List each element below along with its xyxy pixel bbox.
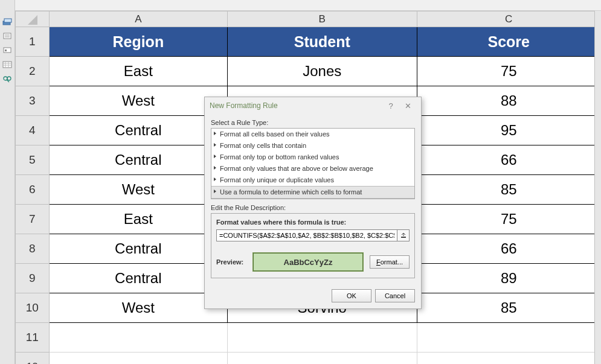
col-header-D-edge[interactable] <box>594 11 601 364</box>
app-sidebar <box>0 0 15 364</box>
cell-C3[interactable]: 88 <box>417 86 600 116</box>
sidebar-icon-4[interactable] <box>2 60 12 69</box>
collapse-range-icon <box>400 232 407 238</box>
edit-rule-description-label: Edit the Rule Description: <box>211 204 415 211</box>
cell-C4[interactable]: 95 <box>417 116 600 145</box>
row-header-5[interactable]: 5 <box>16 145 50 175</box>
col-header-C[interactable]: C <box>417 11 600 27</box>
formula-field-label: Format values where this formula is true… <box>216 219 410 226</box>
cell-C9[interactable]: 89 <box>417 264 600 293</box>
cell-C11[interactable] <box>417 323 600 353</box>
svg-rect-2 <box>4 33 11 39</box>
cell-B11[interactable] <box>227 323 417 353</box>
cell-C10[interactable]: 85 <box>417 293 600 323</box>
cell-B1[interactable]: Student <box>227 27 417 57</box>
sheet-top-strip <box>15 0 601 11</box>
cell-C2[interactable]: 75 <box>417 57 600 86</box>
cell-A4[interactable]: Central <box>49 116 227 145</box>
rule-type-item[interactable]: Format only cells that contain <box>211 140 414 152</box>
svg-rect-8 <box>401 237 406 238</box>
cell-C8[interactable]: 66 <box>417 234 600 264</box>
cell-A12[interactable] <box>49 353 227 365</box>
cell-A10[interactable]: West <box>49 293 227 323</box>
svg-rect-4 <box>5 49 7 51</box>
svg-rect-5 <box>3 62 11 68</box>
row-header-10[interactable]: 10 <box>16 293 50 323</box>
ok-button[interactable]: OK <box>332 289 371 302</box>
cell-A11[interactable] <box>49 323 227 353</box>
cell-B2[interactable]: Jones <box>227 57 417 86</box>
close-icon[interactable]: ✕ <box>399 101 416 110</box>
cell-A5[interactable]: Central <box>49 145 227 175</box>
rule-type-item-selected[interactable]: Use a formula to determine which cells t… <box>211 186 414 199</box>
cell-C6[interactable]: 85 <box>417 175 600 205</box>
range-selector-button[interactable] <box>397 229 410 241</box>
cell-A1[interactable]: Region <box>49 27 227 57</box>
row-header-8[interactable]: 8 <box>16 234 50 264</box>
cell-A2[interactable]: East <box>49 57 227 86</box>
cell-A9[interactable]: Central <box>49 264 227 293</box>
row-header-9[interactable]: 9 <box>16 264 50 293</box>
cell-A3[interactable]: West <box>49 86 227 116</box>
select-rule-type-label: Select a Rule Type: <box>211 119 415 126</box>
sidebar-icon-find[interactable] <box>2 75 12 83</box>
sidebar-icon-1[interactable] <box>2 17 12 25</box>
sidebar-icon-3[interactable] <box>2 46 12 54</box>
col-header-B[interactable]: B <box>227 11 417 27</box>
cell-C12[interactable] <box>417 353 600 365</box>
cell-B12[interactable] <box>227 353 417 365</box>
preview-sample: AaBbCcYyZz <box>252 252 364 272</box>
cell-A8[interactable]: Central <box>49 234 227 264</box>
rule-type-item[interactable]: Format only values that are above or bel… <box>211 163 414 174</box>
row-header-3[interactable]: 3 <box>16 86 50 116</box>
select-all-corner[interactable] <box>16 11 50 27</box>
dialog-title: New Formatting Rule <box>210 101 382 110</box>
svg-point-7 <box>7 77 11 80</box>
new-formatting-rule-dialog: New Formatting Rule ? ✕ Select a Rule Ty… <box>204 97 422 309</box>
row-header-12[interactable]: 12 <box>16 353 50 365</box>
svg-rect-3 <box>4 48 11 53</box>
cell-C5[interactable]: 66 <box>417 145 600 175</box>
rule-type-list[interactable]: Format all cells based on their values F… <box>211 128 415 199</box>
preview-label: Preview: <box>216 258 246 266</box>
rule-description-box: Format values where this formula is true… <box>211 213 415 278</box>
help-icon[interactable]: ? <box>382 101 399 110</box>
sidebar-icon-2[interactable] <box>2 31 12 40</box>
row-header-2[interactable]: 2 <box>16 57 50 86</box>
rule-type-item[interactable]: Format only unique or duplicate values <box>211 174 414 186</box>
row-header-1[interactable]: 1 <box>16 27 50 57</box>
cancel-button[interactable]: Cancel <box>375 289 415 302</box>
rule-type-item[interactable]: Format all cells based on their values <box>211 129 414 140</box>
cell-A6[interactable]: West <box>49 175 227 205</box>
row-header-7[interactable]: 7 <box>16 205 50 234</box>
cell-C7[interactable]: 75 <box>417 205 600 234</box>
cell-C1[interactable]: Score <box>417 27 600 57</box>
row-header-4[interactable]: 4 <box>16 116 50 145</box>
rule-type-item[interactable]: Format only top or bottom ranked values <box>211 152 414 163</box>
row-header-6[interactable]: 6 <box>16 175 50 205</box>
cell-A7[interactable]: East <box>49 205 227 234</box>
dialog-titlebar[interactable]: New Formatting Rule ? ✕ <box>205 97 421 114</box>
col-header-A[interactable]: A <box>49 11 227 27</box>
format-button[interactable]: Format... <box>370 255 410 269</box>
row-header-11[interactable]: 11 <box>16 323 50 353</box>
svg-rect-1 <box>4 19 11 22</box>
formula-input[interactable] <box>216 229 397 241</box>
